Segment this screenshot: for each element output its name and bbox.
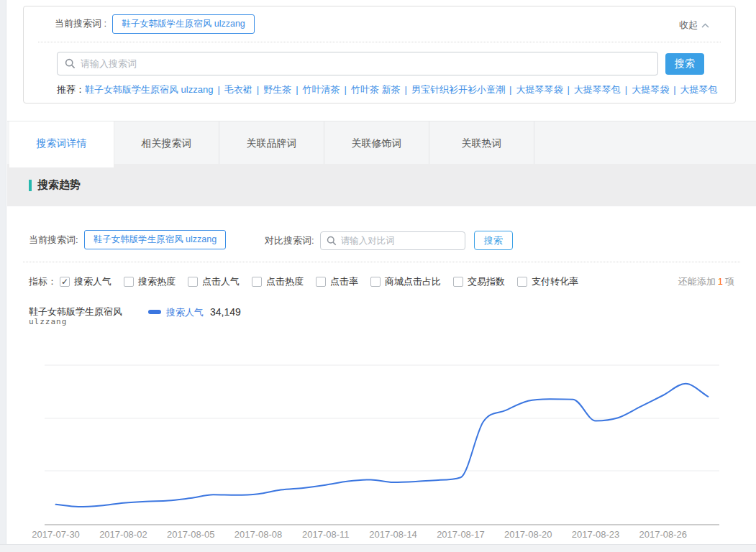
chevron-up-icon bbox=[701, 23, 709, 28]
checkbox-unchecked[interactable] bbox=[124, 277, 134, 287]
tab-item[interactable]: 搜索词详情 bbox=[9, 121, 114, 167]
separator: | bbox=[257, 84, 259, 95]
compare-input-box bbox=[320, 231, 465, 250]
recommend-link[interactable]: 毛衣裙 bbox=[224, 84, 252, 95]
metric-checkbox-item[interactable]: 点击人气 bbox=[188, 275, 240, 288]
legend-series-marker bbox=[148, 310, 161, 314]
metric-label: 交易指数 bbox=[468, 275, 505, 288]
metric-checkbox-item[interactable]: 交易指数 bbox=[453, 275, 505, 288]
tab-item[interactable]: 关联热词 bbox=[429, 121, 534, 165]
recommend-link[interactable]: 男宝针织衫开衫小童潮 bbox=[411, 84, 505, 95]
tab-item[interactable]: 相关搜索词 bbox=[114, 121, 219, 165]
separator: | bbox=[567, 84, 569, 95]
recommend-link[interactable]: 大提琴琴袋 bbox=[516, 84, 563, 95]
compare-label: 对比搜索词: bbox=[265, 234, 314, 247]
current-keyword-row: 当前搜索词 : 鞋子女韩版学生原宿风 ulzzang bbox=[55, 14, 255, 34]
checkbox-unchecked[interactable] bbox=[316, 277, 326, 287]
checkbox-unchecked[interactable] bbox=[517, 277, 527, 287]
x-axis-label: 2017-08-23 bbox=[572, 529, 620, 540]
legend-series-value: 34,149 bbox=[210, 306, 241, 318]
compare-search-button[interactable]: 搜索 bbox=[474, 231, 513, 250]
separator: | bbox=[673, 84, 675, 95]
metrics-label: 指标： bbox=[29, 275, 57, 288]
checkbox-unchecked[interactable] bbox=[188, 277, 198, 287]
section-title-wrap: 搜索趋势 bbox=[29, 178, 81, 192]
chart-legend: 鞋子女韩版学生原宿风 ulzzang 搜索人气 34,149 bbox=[29, 306, 241, 326]
divider bbox=[23, 262, 740, 262]
trend-current-label: 当前搜索词: bbox=[29, 234, 78, 247]
tab-item[interactable]: 关联品牌词 bbox=[219, 121, 324, 165]
x-axis-label: 2017-08-14 bbox=[369, 529, 417, 540]
collapse-label: 收起 bbox=[679, 19, 698, 32]
recommend-link[interactable]: 竹叶茶 新茶 bbox=[351, 84, 401, 95]
metric-checkbox-item[interactable]: 点击率 bbox=[316, 275, 358, 288]
x-axis-label: 2017-08-08 bbox=[234, 529, 283, 540]
metrics-row: 指标： ✓搜索人气搜索热度点击人气点击热度点击率商城点击占比交易指数支付转化率 … bbox=[29, 275, 734, 288]
separator: | bbox=[509, 84, 511, 95]
metric-label: 搜索热度 bbox=[138, 275, 176, 288]
x-axis-label: 2017-08-26 bbox=[639, 529, 688, 540]
checkbox-checked[interactable]: ✓ bbox=[60, 277, 70, 287]
metric-checkbox-item[interactable]: 点击热度 bbox=[252, 275, 304, 288]
x-axis-label: 2017-08-20 bbox=[504, 529, 552, 540]
separator: | bbox=[345, 84, 347, 95]
legend-series-label: 搜索人气 bbox=[166, 306, 204, 319]
left-gutter bbox=[0, 0, 6, 552]
add-more-count: 1 bbox=[716, 276, 725, 287]
trend-line-series bbox=[56, 384, 709, 507]
separator: | bbox=[405, 84, 407, 95]
checkbox-unchecked[interactable] bbox=[252, 277, 262, 287]
tab-item[interactable]: 关联修饰词 bbox=[324, 121, 429, 165]
recommend-links: 鞋子女韩版学生原宿风 ulzzang|毛衣裙|野生茶|竹叶清茶|竹叶茶 新茶|男… bbox=[85, 84, 718, 95]
separator: | bbox=[217, 84, 219, 95]
recommend-link[interactable]: 大提琴琴包 bbox=[574, 84, 621, 95]
collapse-toggle[interactable]: 收起 bbox=[679, 19, 709, 32]
x-axis-label: 2017-08-02 bbox=[99, 529, 147, 540]
search-input[interactable] bbox=[81, 58, 650, 69]
title-accent-bar bbox=[29, 180, 32, 191]
recommend-link[interactable]: 大提琴袋 bbox=[632, 84, 669, 95]
separator: | bbox=[625, 84, 627, 95]
bottom-gutter bbox=[0, 544, 756, 552]
metric-label: 支付转化率 bbox=[532, 275, 578, 288]
metric-checkbox-item[interactable]: 搜索热度 bbox=[124, 275, 176, 288]
metric-checkbox-item[interactable]: 商城点击占比 bbox=[370, 275, 441, 288]
legend-keyword: 鞋子女韩版学生原宿风 ulzzang bbox=[29, 306, 138, 326]
trend-line-chart: 2017-07-302017-08-022017-08-052017-08-08… bbox=[7, 338, 756, 544]
x-axis-label: 2017-08-05 bbox=[167, 529, 215, 540]
recommend-label: 推荐： bbox=[57, 84, 85, 95]
compare-input[interactable] bbox=[341, 236, 459, 246]
divider bbox=[38, 42, 721, 42]
metric-label: 商城点击占比 bbox=[385, 275, 441, 288]
separator: | bbox=[296, 84, 298, 95]
compare-group: 对比搜索词: 搜索 bbox=[265, 231, 513, 250]
search-header-panel: 当前搜索词 : 鞋子女韩版学生原宿风 ulzzang 收起 搜索 推荐：鞋子女韩… bbox=[23, 6, 736, 104]
search-icon bbox=[327, 236, 337, 246]
recommend-link[interactable]: 野生茶 bbox=[263, 84, 291, 95]
section-header-band: 搜索趋势 bbox=[7, 164, 756, 206]
legend-keyword-line2: ulzzang bbox=[29, 317, 138, 326]
metric-checkbox-item[interactable]: ✓搜索人气 bbox=[60, 275, 111, 288]
checkbox-unchecked[interactable] bbox=[370, 277, 381, 287]
recommend-link[interactable]: 鞋子女韩版学生原宿风 ulzzang bbox=[85, 84, 213, 95]
search-row: 搜索 bbox=[57, 52, 704, 75]
recommend-link[interactable]: 竹叶清茶 bbox=[303, 84, 340, 95]
metric-label: 点击热度 bbox=[266, 275, 304, 288]
recommend-link[interactable]: 大提琴包 bbox=[680, 84, 718, 95]
section-title: 搜索趋势 bbox=[37, 178, 81, 192]
recommend-row: 推荐：鞋子女韩版学生原宿风 ulzzang|毛衣裙|野生茶|竹叶清茶|竹叶茶 新… bbox=[57, 83, 718, 97]
current-keyword-chip[interactable]: 鞋子女韩版学生原宿风 ulzzang bbox=[112, 14, 255, 34]
x-axis-label: 2017-08-11 bbox=[302, 529, 350, 540]
search-button[interactable]: 搜索 bbox=[665, 53, 704, 75]
search-icon bbox=[65, 58, 76, 69]
metric-checkbox-item[interactable]: 支付转化率 bbox=[517, 275, 578, 288]
metric-label: 点击人气 bbox=[202, 275, 240, 288]
metrics-list: ✓搜索人气搜索热度点击人气点击热度点击率商城点击占比交易指数支付转化率 bbox=[60, 275, 591, 288]
x-axis-label: 2017-08-17 bbox=[437, 529, 485, 540]
trend-keyword-chip[interactable]: 鞋子女韩版学生原宿风 ulzzang bbox=[84, 230, 227, 249]
legend-keyword-line1: 鞋子女韩版学生原宿风 bbox=[29, 306, 138, 317]
metric-label: 点击率 bbox=[330, 275, 358, 288]
trend-panel: 当前搜索词: 鞋子女韩版学生原宿风 ulzzang 对比搜索词: 搜索 指标： … bbox=[7, 206, 756, 544]
checkbox-unchecked[interactable] bbox=[453, 277, 463, 287]
tab-bar: 搜索词详情相关搜索词关联品牌词关联修饰词关联热词 bbox=[7, 121, 756, 164]
